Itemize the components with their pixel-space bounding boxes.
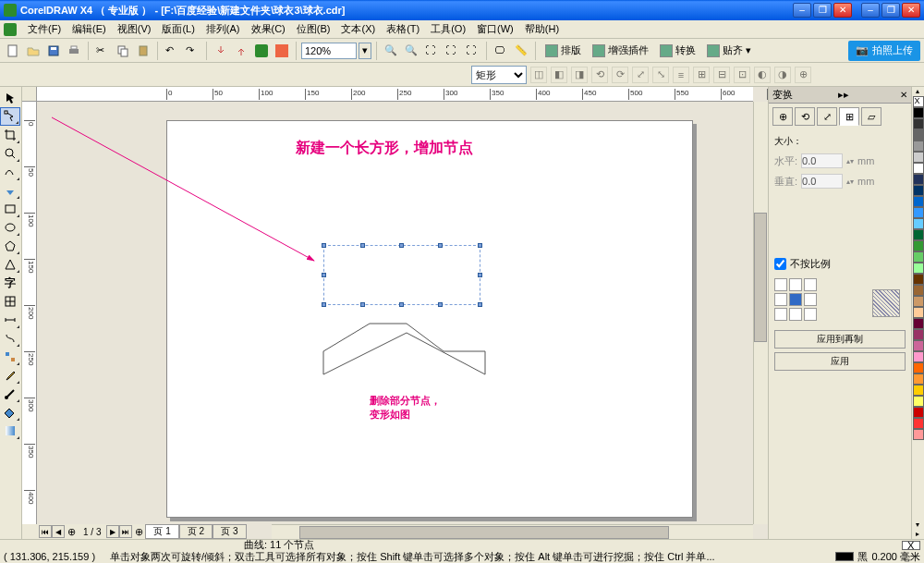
menu-table[interactable]: 表格(T) <box>381 20 425 38</box>
palette-flyout-button[interactable]: ▸ <box>912 530 923 539</box>
size-tab[interactable]: ⊞ <box>839 107 859 126</box>
freehand-tool[interactable] <box>0 163 20 181</box>
non-proportional-checkbox[interactable]: 不按比例 <box>774 257 906 271</box>
vertical-scrollbar[interactable] <box>753 102 768 524</box>
next-page-button[interactable]: ▶ <box>106 525 119 538</box>
h-scroll-thumb[interactable] <box>299 526 669 539</box>
close-button[interactable]: ✕ <box>833 3 852 18</box>
import-button[interactable] <box>212 42 230 60</box>
color-swatch[interactable] <box>913 285 924 296</box>
zoom-dropdown[interactable]: ▾ <box>359 43 371 59</box>
zoom-out-button[interactable]: 🔍 <box>402 42 420 60</box>
color-swatch[interactable] <box>913 407 924 418</box>
color-swatch[interactable] <box>913 129 924 141</box>
color-swatch[interactable] <box>913 251 924 263</box>
prop-btn-14[interactable]: ⊕ <box>795 67 811 83</box>
new-button[interactable] <box>4 42 22 60</box>
save-button[interactable] <box>44 42 63 60</box>
table-tool[interactable] <box>0 292 20 311</box>
canvas[interactable]: 新建一个长方形，增加节点 删除部分节点， 变形如图 <box>37 102 753 524</box>
color-swatch[interactable] <box>913 207 924 218</box>
palette-down-button[interactable]: ▾ <box>912 520 923 530</box>
prop-btn-9[interactable]: ⊞ <box>693 67 710 83</box>
doc-restore-button[interactable]: ❐ <box>881 3 900 18</box>
color-swatch[interactable] <box>913 118 924 129</box>
color-swatch[interactable] <box>913 141 924 152</box>
zoom-tool[interactable] <box>0 144 20 163</box>
zoom-in-button[interactable]: 🔍 <box>382 42 400 60</box>
fullscreen-button[interactable]: 🖵 <box>492 42 510 60</box>
basic-shapes-tool[interactable] <box>0 255 20 274</box>
ruler-origin[interactable] <box>22 87 37 102</box>
apply-button[interactable]: 应用 <box>774 352 906 371</box>
app-launcher-button[interactable] <box>252 42 271 60</box>
menu-edit[interactable]: 编辑(E) <box>67 20 112 38</box>
color-swatch[interactable] <box>913 229 924 240</box>
add-page-before-button[interactable]: ⊕ <box>65 525 78 538</box>
color-swatch[interactable] <box>913 307 924 318</box>
zoom-fit-button[interactable]: ⛶ <box>422 42 441 60</box>
color-swatch[interactable] <box>913 107 924 118</box>
prop-btn-13[interactable]: ◑ <box>774 67 791 83</box>
zoom-selection-button[interactable]: ⛶ <box>443 42 461 60</box>
first-page-button[interactable]: ⏮ <box>39 525 52 538</box>
selected-rectangle[interactable] <box>323 245 480 305</box>
v-scroll-thumb[interactable] <box>754 213 767 342</box>
palette-up-button[interactable]: ▴ <box>912 87 923 96</box>
menu-effects[interactable]: 效果(C) <box>246 20 291 38</box>
prop-btn-12[interactable]: ◐ <box>754 67 771 83</box>
export-button[interactable] <box>232 42 250 60</box>
photo-upload-button[interactable]: 📷 拍照上传 <box>848 41 920 61</box>
menu-file[interactable]: 文件(F) <box>22 20 67 38</box>
color-swatch[interactable] <box>913 163 924 174</box>
fill-indicator[interactable]: X <box>902 541 920 550</box>
prop-btn-7[interactable]: ⤡ <box>652 67 669 83</box>
connector-tool[interactable] <box>0 329 20 348</box>
scale-tab[interactable]: ⤢ <box>817 107 837 126</box>
open-button[interactable] <box>24 42 43 60</box>
outline-tool[interactable] <box>0 385 20 403</box>
print-button[interactable] <box>65 42 83 60</box>
color-swatch[interactable] <box>913 373 924 385</box>
doc-close-button[interactable]: ✕ <box>902 3 920 18</box>
color-swatch[interactable] <box>913 218 924 229</box>
menu-bitmap[interactable]: 位图(B) <box>291 20 336 38</box>
docker-titlebar[interactable]: 变换 ▸▸ ✕ <box>769 87 911 104</box>
color-swatch[interactable] <box>913 385 924 396</box>
undo-button[interactable]: ↶ <box>163 42 181 60</box>
menu-help[interactable]: 帮助(H) <box>519 20 565 38</box>
menu-view[interactable]: 视图(V) <box>112 20 157 38</box>
color-swatch[interactable] <box>913 296 924 307</box>
deformed-shape[interactable] <box>319 319 494 384</box>
color-swatch[interactable] <box>913 418 924 429</box>
color-swatch[interactable] <box>913 152 924 163</box>
color-swatch[interactable] <box>913 274 924 285</box>
doc-minimize-button[interactable]: – <box>861 3 880 18</box>
copy-button[interactable] <box>114 42 132 60</box>
prop-btn-10[interactable]: ⊟ <box>713 67 730 83</box>
skew-tab[interactable]: ▱ <box>861 107 881 126</box>
pick-tool[interactable] <box>0 89 20 107</box>
eyedropper-tool[interactable] <box>0 366 20 385</box>
vertical-input[interactable] <box>801 174 843 189</box>
apply-duplicate-button[interactable]: 应用到再制 <box>774 330 906 349</box>
paste-button[interactable] <box>134 42 152 60</box>
docker-close-button[interactable]: ✕ <box>900 90 907 100</box>
menu-window[interactable]: 窗口(W) <box>471 20 519 38</box>
outline-indicator[interactable] <box>835 552 854 561</box>
menu-tools[interactable]: 工具(O) <box>425 20 471 38</box>
color-swatch[interactable] <box>913 351 924 362</box>
shape-preset-select[interactable]: 矩形 <box>471 66 527 84</box>
color-swatch[interactable] <box>913 196 924 207</box>
color-swatch[interactable] <box>913 318 924 329</box>
minimize-button[interactable]: – <box>793 3 811 18</box>
page-tab-2[interactable]: 页 2 <box>179 524 213 539</box>
color-swatch[interactable] <box>913 263 924 274</box>
convert-button[interactable]: 转换 <box>655 42 700 60</box>
rectangle-tool[interactable] <box>0 200 20 218</box>
horizontal-ruler[interactable]: 0501001502002503003504004505005506006507… <box>37 87 753 102</box>
polygon-tool[interactable] <box>0 237 20 255</box>
vertical-ruler[interactable]: 050100150200250300350400450 <box>22 102 37 524</box>
cut-button[interactable]: ✂ <box>93 42 112 60</box>
zoom-all-button[interactable]: ⛶ <box>463 42 481 60</box>
